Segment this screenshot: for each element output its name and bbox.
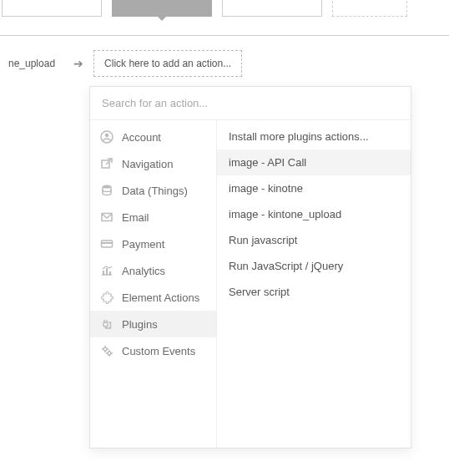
category-label: Email — [122, 211, 149, 224]
arrow-right-icon: ➔ — [73, 57, 83, 70]
workflow-steps: ne_upload ➔ Click here to add an action.… — [0, 50, 242, 77]
gears-icon — [100, 344, 114, 357]
category-list: AccountNavigationData (Things)EmailPayme… — [90, 120, 217, 448]
category-label: Analytics — [122, 265, 165, 277]
action-item[interactable]: image - kinotne — [217, 175, 411, 201]
action-item[interactable]: Server script — [217, 279, 411, 305]
category-item-nav[interactable]: Navigation — [90, 150, 216, 177]
svg-rect-7 — [103, 271, 104, 275]
action-item[interactable]: Install more plugins actions... — [217, 124, 411, 149]
category-label: Plugins — [122, 318, 158, 331]
category-item-payment[interactable]: Payment — [90, 230, 216, 257]
action-item[interactable]: image - API Call — [217, 149, 411, 175]
action-picker-dropdown: AccountNavigationData (Things)EmailPayme… — [89, 86, 411, 448]
category-item-analytics[interactable]: Analytics — [90, 257, 216, 284]
svg-point-12 — [108, 352, 111, 355]
action-item[interactable]: Run JavaScript / jQuery — [217, 253, 411, 279]
plug-icon — [100, 317, 114, 331]
external-link-icon — [100, 157, 114, 170]
tab-add[interactable] — [332, 0, 407, 17]
svg-point-11 — [103, 347, 107, 351]
database-icon — [100, 184, 114, 197]
action-item[interactable]: Run javascript — [217, 227, 411, 253]
category-item-plugins[interactable]: Plugins — [90, 311, 216, 337]
svg-rect-8 — [106, 268, 108, 275]
action-item[interactable]: image - kintone_upload — [217, 201, 411, 227]
add-action-placeholder[interactable]: Click here to add an action... — [93, 50, 242, 77]
category-label: Account — [122, 131, 161, 144]
search-input[interactable] — [90, 87, 411, 119]
action-list: Install more plugins actions...image - A… — [217, 120, 411, 448]
category-item-account[interactable]: Account — [90, 124, 216, 150]
chart-icon — [100, 264, 114, 277]
credit-card-icon — [100, 237, 114, 251]
category-label: Payment — [122, 238, 164, 251]
tab-active[interactable] — [112, 0, 212, 17]
svg-rect-10 — [103, 322, 108, 327]
svg-point-3 — [103, 185, 111, 189]
category-label: Element Actions — [122, 291, 199, 304]
workflow-tabs — [0, 0, 449, 22]
category-label: Navigation — [122, 158, 173, 170]
category-item-email[interactable]: Email — [90, 204, 216, 230]
divider — [0, 35, 449, 36]
search-row — [90, 87, 411, 120]
tab[interactable] — [2, 0, 102, 17]
category-item-elements[interactable]: Element Actions — [90, 284, 216, 311]
category-label: Custom Events — [122, 345, 195, 357]
svg-point-1 — [105, 134, 109, 138]
user-circle-icon — [100, 130, 114, 144]
prev-step-chip[interactable]: ne_upload — [0, 53, 63, 74]
category-item-data[interactable]: Data (Things) — [90, 177, 216, 204]
category-item-custom[interactable]: Custom Events — [90, 337, 216, 364]
tab[interactable] — [222, 0, 322, 17]
svg-rect-9 — [109, 271, 111, 275]
puzzle-icon — [100, 291, 114, 304]
category-label: Data (Things) — [122, 185, 188, 197]
svg-rect-6 — [102, 242, 113, 244]
envelope-icon — [100, 210, 114, 224]
